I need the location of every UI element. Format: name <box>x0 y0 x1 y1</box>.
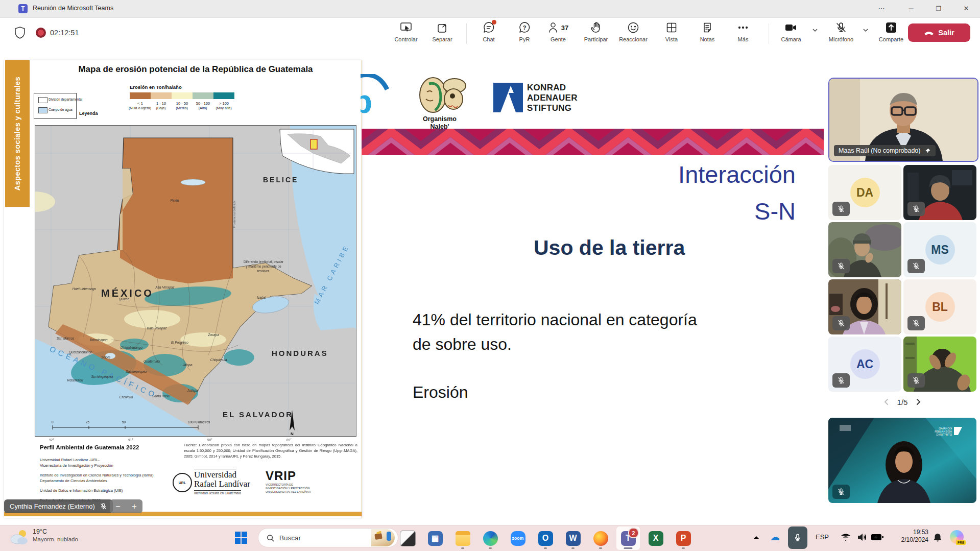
participant-tile[interactable] <box>828 279 901 334</box>
map-department-label: Baja Verapaz <box>147 326 168 330</box>
notification-bell-icon[interactable] <box>933 533 943 543</box>
taskbar-app-powerpoint-icon[interactable]: P <box>672 526 695 550</box>
toolbar-chat-button[interactable]: Chat <box>471 21 507 42</box>
mic-in-use-indicator[interactable] <box>788 526 807 549</box>
close-icon[interactable]: ✕ <box>954 0 978 17</box>
grid-degree-label: 90° <box>207 438 212 442</box>
running-app-indicator <box>544 547 547 549</box>
toolbar-notas-button[interactable]: Notas <box>689 21 725 42</box>
participant-tile[interactable]: MS <box>903 222 976 277</box>
tray-chevron-up-icon[interactable] <box>752 533 761 542</box>
search-placeholder: Buscar <box>279 534 371 542</box>
toolbar-separar-button[interactable]: Separar <box>424 21 460 42</box>
map-department-label: Sacatepéquez <box>126 370 147 374</box>
camera-chevron-down-icon[interactable] <box>811 27 819 34</box>
participant-tile[interactable] <box>828 222 901 277</box>
mic-muted-badge <box>832 202 850 216</box>
agua-swatch <box>38 107 47 113</box>
taskbar-app-outlook-icon[interactable]: O <box>534 526 557 550</box>
toolbar-pyr-button[interactable]: ? PyR <box>507 21 542 42</box>
zoom-in-button[interactable]: + <box>132 502 136 511</box>
search-icon <box>267 534 274 542</box>
presenter-name-tag: Cynthia Fernandez (Externo) <box>4 499 113 513</box>
grid-degree-label: 89° <box>286 438 292 442</box>
mic-muted-badge <box>907 202 925 216</box>
weather-icon[interactable] <box>9 529 29 545</box>
participant-tile[interactable] <box>903 165 976 220</box>
secondary-speaker-tile[interactable]: KONRAD ADENAUER STIFTUNG <box>828 418 976 503</box>
speaker-video: KONRAD ADENAUER STIFTUNG <box>828 418 976 503</box>
slide-title-line2: S-N <box>754 199 796 223</box>
raise-hand-icon <box>590 21 602 34</box>
phone-icon <box>924 29 934 36</box>
slide-body-line3: Erosión <box>413 383 468 402</box>
pinned-speaker-tile[interactable]: Maas Raúl (No comprobado) <box>828 78 978 162</box>
map-department-label: Quetzaltenango <box>69 350 92 354</box>
tray-time: 19:53 <box>889 529 928 536</box>
svg-text:0: 0 <box>52 420 54 424</box>
window-more-icon[interactable]: ⋯ <box>870 0 893 17</box>
taskbar-app-excel-icon[interactable]: X <box>644 526 667 550</box>
taskbar-app-zoom-icon[interactable]: zoom <box>506 526 530 550</box>
more-dots-icon <box>737 21 749 34</box>
map-department-label: Retalhuleu <box>67 378 83 382</box>
participant-tile[interactable] <box>903 337 976 392</box>
toolbar-comparte-button[interactable]: Comparte <box>873 21 909 42</box>
popout-icon <box>436 21 448 34</box>
toolbar-vista-button[interactable]: Vista <box>654 21 689 42</box>
map-department-label: Guatemala <box>144 360 160 363</box>
taskbar-app-calculator-icon[interactable]: ▦ <box>423 526 447 550</box>
taskbar-app-word-icon[interactable]: W <box>561 526 585 550</box>
share-screen-icon <box>885 21 898 34</box>
window-titlebar <box>0 0 980 18</box>
toolbar-mas-button[interactable]: Más <box>725 21 761 42</box>
pinned-speaker-name-tag: Maas Raúl (No comprobado) <box>834 145 936 156</box>
pager-chevron-left-icon[interactable] <box>883 398 890 405</box>
minimize-icon[interactable]: ─ <box>899 0 923 17</box>
map-source-note: Fuente: Elaboración propia con base en m… <box>184 442 357 459</box>
wifi-icon[interactable] <box>840 532 851 543</box>
toolbar-microfono-button[interactable]: Micrófono <box>823 21 859 42</box>
leyenda-title: Leyenda <box>79 111 98 116</box>
taskbar-search[interactable]: Buscar <box>258 528 398 547</box>
participant-tile[interactable]: DA <box>828 165 901 220</box>
participant-initials-avatar: MS <box>925 235 955 265</box>
taskbar-app-edge-icon[interactable] <box>479 526 502 550</box>
toolbar-camara-button[interactable]: Cámara <box>773 21 809 42</box>
weather-condition[interactable]: Mayorm. nublado <box>33 536 78 542</box>
tray-clock[interactable]: 19:53 2/10/2024 <box>889 529 928 544</box>
svg-text:p: p <box>361 83 372 120</box>
running-app-indicator <box>571 547 575 549</box>
taskbar-app-row: ▦zoomOWT2XP <box>396 526 695 550</box>
taskbar-app-file-explorer-icon[interactable] <box>451 526 474 550</box>
taskbar-app-firefox-icon[interactable] <box>589 526 612 550</box>
maximize-icon[interactable]: ❐ <box>927 0 950 17</box>
mic-chevron-down-icon[interactable] <box>862 27 869 34</box>
toolbar-controlar-button[interactable]: Controlar <box>388 21 424 42</box>
toolbar-gente-button[interactable]: 37 Gente <box>540 21 576 42</box>
shared-map-document: Mapa de erosión potencial de la Repúblic… <box>4 60 362 518</box>
participant-tile[interactable]: BL <box>903 279 976 334</box>
taskbar-app-task-view-icon[interactable] <box>396 526 419 550</box>
speaker-icon[interactable] <box>856 532 868 543</box>
map-department-label: Chiquimula <box>210 358 227 362</box>
teams-notification-badge: 2 <box>628 528 639 538</box>
svg-text:Frontera no definida: Frontera no definida <box>233 200 236 228</box>
participant-tile[interactable]: AC <box>828 337 901 392</box>
svg-text:100 Kilómetros: 100 Kilómetros <box>188 420 210 424</box>
pager-chevron-right-icon[interactable] <box>915 398 922 405</box>
legend-swatch <box>172 92 193 99</box>
mic-muted-badge <box>907 316 925 330</box>
file-explorer-glyph <box>456 531 470 546</box>
keyboard-language[interactable]: ESP <box>816 533 829 541</box>
weather-temperature[interactable]: 19°C <box>33 528 47 535</box>
zoom-out-button[interactable]: − <box>115 502 120 511</box>
toolbar-reaccionar-button[interactable]: Reaccionar <box>615 21 651 42</box>
view-grid-icon <box>665 21 678 34</box>
start-button[interactable] <box>235 532 247 544</box>
leave-meeting-button[interactable]: Salir <box>908 23 970 42</box>
battery-icon[interactable] <box>871 533 884 542</box>
taskbar-app-teams-icon[interactable]: T2 <box>616 526 640 550</box>
onedrive-icon[interactable]: ☁ <box>770 531 780 543</box>
toolbar-participar-button[interactable]: Participar <box>578 21 614 42</box>
